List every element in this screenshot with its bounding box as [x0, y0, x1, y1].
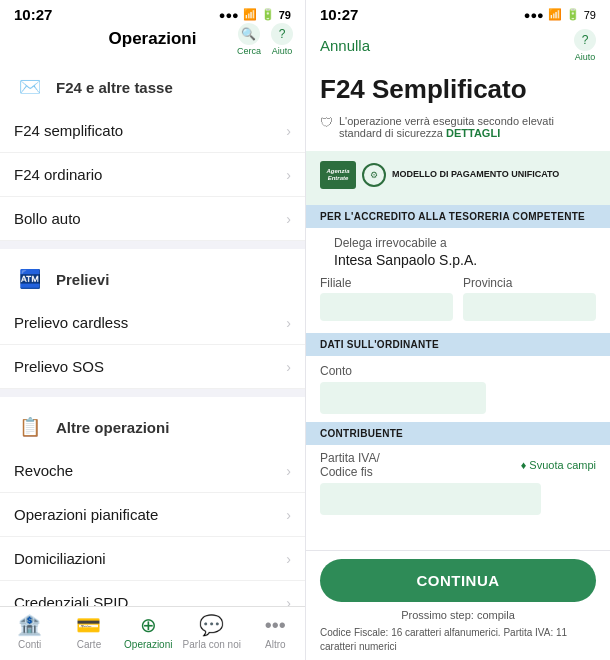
operazioni-pianificate-label: Operazioni pianificate: [14, 506, 158, 523]
provincia-label: Provincia: [463, 276, 596, 290]
menu-item-credenziali-spid[interactable]: Credenziali SPID ›: [0, 581, 305, 606]
menu-item-f24-ordinario[interactable]: F24 ordinario ›: [0, 153, 305, 197]
parla-label: Parla con noi: [183, 639, 241, 650]
domiciliazioni-label: Domiciliazioni: [14, 550, 106, 567]
nav-conti[interactable]: 🏦 Conti: [5, 613, 55, 650]
delega-name: Intesa Sanpaolo S.p.A.: [320, 252, 596, 276]
battery-pct-right: 79: [584, 9, 596, 21]
partita-input[interactable]: [320, 483, 541, 515]
time-left: 10:27: [14, 6, 52, 23]
svuota-icon: ♦: [521, 459, 527, 471]
altro-label: Altro: [265, 639, 286, 650]
tasse-icon: ✉️: [14, 71, 46, 103]
menu-item-operazioni-pianificate[interactable]: Operazioni pianificate ›: [0, 493, 305, 537]
prossimo-step-text: Prossimo step: compila: [306, 606, 610, 624]
chevron-revoche: ›: [286, 463, 291, 479]
conti-label: Conti: [18, 639, 41, 650]
aiuto-label-right: Aiuto: [575, 52, 596, 62]
nav-altro[interactable]: ••• Altro: [250, 614, 300, 650]
chevron-operazioni-pianificate: ›: [286, 507, 291, 523]
f24-ordinario-label: F24 ordinario: [14, 166, 102, 183]
delega-label: Delega irrevocabile a: [320, 236, 596, 252]
carte-icon: 💳: [76, 613, 101, 637]
chevron-f24-semplificato: ›: [286, 123, 291, 139]
contribuente-row: Partita IVA/ Codice fis ♦ Svuota campi: [320, 451, 596, 479]
continua-container: CONTINUA: [306, 551, 610, 606]
section-header-tasse: ✉️ F24 e altre tasse: [0, 57, 305, 109]
agenzia-card: AgenziaEntrate ⚙ MODELLO DI PAGAMENTO UN…: [306, 151, 610, 205]
conti-icon: 🏦: [17, 613, 42, 637]
status-bar-right: 10:27 ●●● 📶 🔋 79: [306, 0, 610, 25]
partita-iva-label: Partita IVA/ Codice fis: [320, 451, 380, 479]
contribuente-section-label: CONTRIBUENTE: [306, 422, 610, 445]
battery-icon-right: 🔋: [566, 8, 580, 21]
prelievo-sos-label: Prelievo SOS: [14, 358, 104, 375]
revoche-label: Revoche: [14, 462, 73, 479]
cerca-label: Cerca: [237, 46, 261, 56]
filiale-provincia-row: Filiale Provincia: [320, 276, 596, 321]
divider-1: [0, 241, 305, 249]
menu-item-prelievo-cardless[interactable]: Prelievo cardless ›: [0, 301, 305, 345]
help-icon-right: ?: [574, 29, 596, 51]
signal-icon-right: ●●●: [524, 9, 544, 21]
search-icon: 🔍: [238, 23, 260, 45]
annulla-button[interactable]: Annulla: [320, 37, 370, 54]
aiuto-button-right[interactable]: ? Aiuto: [574, 29, 596, 62]
filiale-group: Filiale: [320, 276, 453, 321]
altro-icon: •••: [265, 614, 286, 637]
contribuente-form: Partita IVA/ Codice fis ♦ Svuota campi: [306, 445, 610, 521]
menu-item-domiciliazioni[interactable]: Domiciliazioni ›: [0, 537, 305, 581]
menu-item-prelievo-sos[interactable]: Prelievo SOS ›: [0, 345, 305, 389]
chevron-domiciliazioni: ›: [286, 551, 291, 567]
menu-item-f24-semplificato[interactable]: F24 semplificato ›: [0, 109, 305, 153]
aiuto-button-left[interactable]: ? Aiuto: [271, 23, 293, 56]
nav-operazioni[interactable]: ⊕ Operazioni: [123, 613, 173, 650]
altre-icon: 📋: [14, 411, 46, 443]
modello-text: MODELLO DI PAGAMENTO UNIFICATO: [392, 169, 559, 181]
dettagli-link[interactable]: DETTAGLI: [446, 127, 500, 139]
chevron-credenziali-spid: ›: [286, 595, 291, 607]
right-scroll-area: F24 Semplificato 🛡 L'operazione verrà es…: [306, 70, 610, 550]
bottom-overlay: CONTINUA Prossimo step: compila Codice F…: [306, 550, 610, 660]
menu-item-revoche[interactable]: Revoche ›: [0, 449, 305, 493]
nav-carte[interactable]: 💳 Carte: [64, 613, 114, 650]
status-icons-right: ●●● 📶 🔋 79: [524, 8, 596, 21]
prelievi-icon: 🏧: [14, 263, 46, 295]
provincia-input[interactable]: [463, 293, 596, 321]
security-note: 🛡 L'operazione verrà eseguita secondo el…: [306, 115, 610, 151]
chevron-f24-ordinario: ›: [286, 167, 291, 183]
left-scroll-area: ✉️ F24 e altre tasse F24 semplificato › …: [0, 57, 305, 606]
filiale-label: Filiale: [320, 276, 453, 290]
tasse-title: F24 e altre tasse: [56, 79, 173, 96]
cerca-button[interactable]: 🔍 Cerca: [237, 23, 261, 56]
svuota-button[interactable]: ♦ Svuota campi: [521, 459, 596, 471]
menu-item-bollo-auto[interactable]: Bollo auto ›: [0, 197, 305, 241]
f24-semplificato-label: F24 semplificato: [14, 122, 123, 139]
provincia-group: Provincia: [463, 276, 596, 321]
shield-icon: 🛡: [320, 115, 333, 130]
delega-section: Delega irrevocabile a Intesa Sanpaolo S.…: [306, 228, 610, 333]
chevron-prelievo-cardless: ›: [286, 315, 291, 331]
battery-icon-left: 🔋: [261, 8, 275, 21]
parla-icon: 💬: [199, 613, 224, 637]
svuota-label: Svuota campi: [529, 459, 596, 471]
continua-button[interactable]: CONTINUA: [320, 559, 596, 602]
signal-icon-left: ●●●: [219, 9, 239, 21]
wifi-icon-right: 📶: [548, 8, 562, 21]
right-page-title: F24 Semplificato: [306, 70, 610, 115]
security-text: L'operazione verrà eseguita secondo elev…: [339, 115, 596, 139]
filiale-input[interactable]: [320, 293, 453, 321]
operazioni-label: Operazioni: [124, 639, 172, 650]
nav-parla[interactable]: 💬 Parla con noi: [183, 613, 241, 650]
conto-group: Conto: [306, 356, 610, 422]
header-actions: 🔍 Cerca ? Aiuto: [237, 23, 293, 56]
prelievi-title: Prelievi: [56, 271, 109, 288]
conto-label: Conto: [320, 364, 596, 378]
conto-input[interactable]: [320, 382, 486, 414]
agenzia-logo: AgenziaEntrate: [320, 161, 356, 189]
right-panel: 10:27 ●●● 📶 🔋 79 Annulla ? Aiuto F24 Sem…: [305, 0, 610, 660]
altre-title: Altre operazioni: [56, 419, 169, 436]
chevron-prelievo-sos: ›: [286, 359, 291, 375]
left-header: Operazioni 🔍 Cerca ? Aiuto: [0, 25, 305, 57]
right-header: Annulla ? Aiuto: [306, 25, 610, 70]
